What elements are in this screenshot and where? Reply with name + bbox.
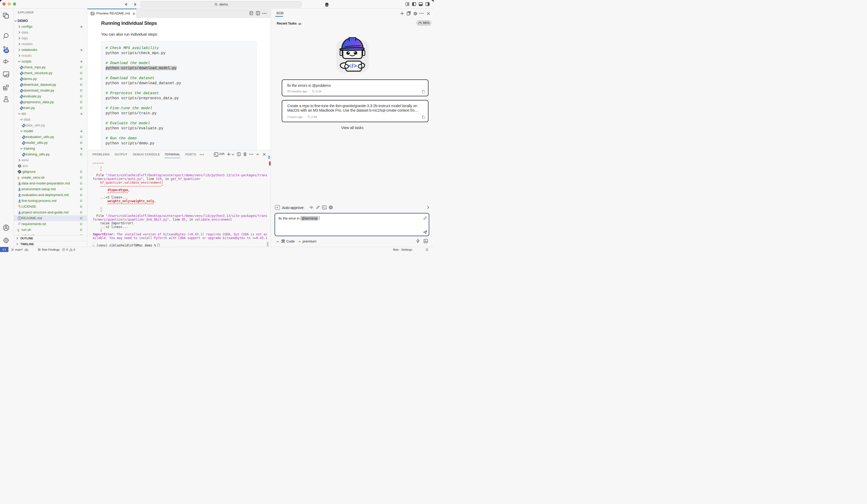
svg-text:</>: </> [348,63,357,69]
